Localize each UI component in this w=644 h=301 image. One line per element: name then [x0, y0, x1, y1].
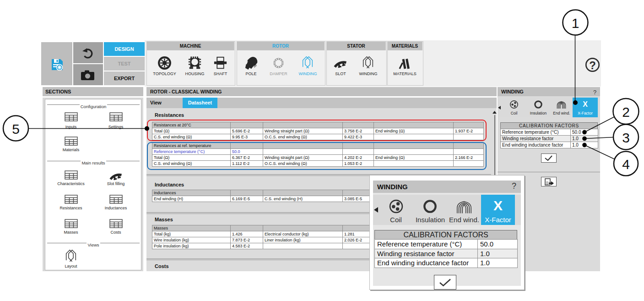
svg-text:1: 1 [572, 16, 579, 31]
svg-text:4: 4 [622, 157, 630, 172]
svg-text:2: 2 [622, 104, 630, 120]
svg-text:5: 5 [12, 121, 20, 137]
svg-text:3: 3 [622, 130, 630, 145]
